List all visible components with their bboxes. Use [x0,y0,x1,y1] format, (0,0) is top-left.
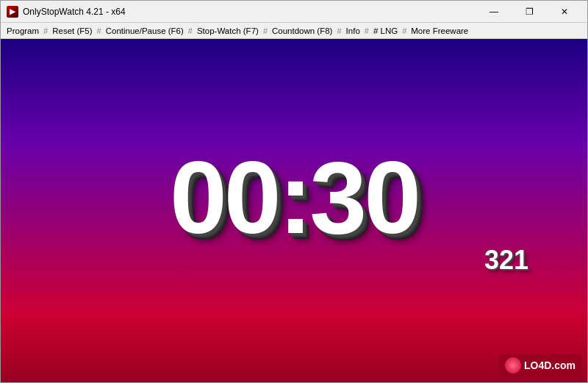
window-controls: — ❐ ✕ [477,1,581,23]
menu-reset[interactable]: Reset (F5) [49,25,95,37]
app-icon: ▶ [7,6,18,18]
menu-program[interactable]: Program [4,25,42,37]
menu-info[interactable]: Info [343,25,363,37]
menu-stopwatch[interactable]: Stop-Watch (F7) [194,25,262,37]
minimize-button[interactable]: — [477,1,511,23]
watermark-logo-icon [505,357,521,373]
watermark-text: LO4D.com [524,359,576,371]
menu-bar: Program # Reset (F5) # Continue/Pause (F… [1,23,587,39]
watermark: LO4D.com [499,354,581,376]
menu-countdown[interactable]: Countdown (F8) [269,25,335,37]
close-button[interactable]: ✕ [548,1,581,23]
menu-continue-pause[interactable]: Continue/Pause (F6) [103,25,187,37]
menu-more-freeware[interactable]: More Freeware [408,25,471,37]
time-display: 00:30 [170,146,418,249]
window-title: OnlyStopWatch 4.21 - x64 [23,7,477,17]
menu-lng[interactable]: # LNG [370,25,401,37]
app-window: ▶ OnlyStopWatch 4.21 - x64 — ❐ ✕ Program… [0,0,588,383]
title-bar: ▶ OnlyStopWatch 4.21 - x64 — ❐ ✕ [1,1,587,23]
main-display: 00:30 321 LO4D.com [1,39,587,382]
milliseconds-display: 321 [484,245,528,276]
maximize-button[interactable]: ❐ [512,1,546,23]
